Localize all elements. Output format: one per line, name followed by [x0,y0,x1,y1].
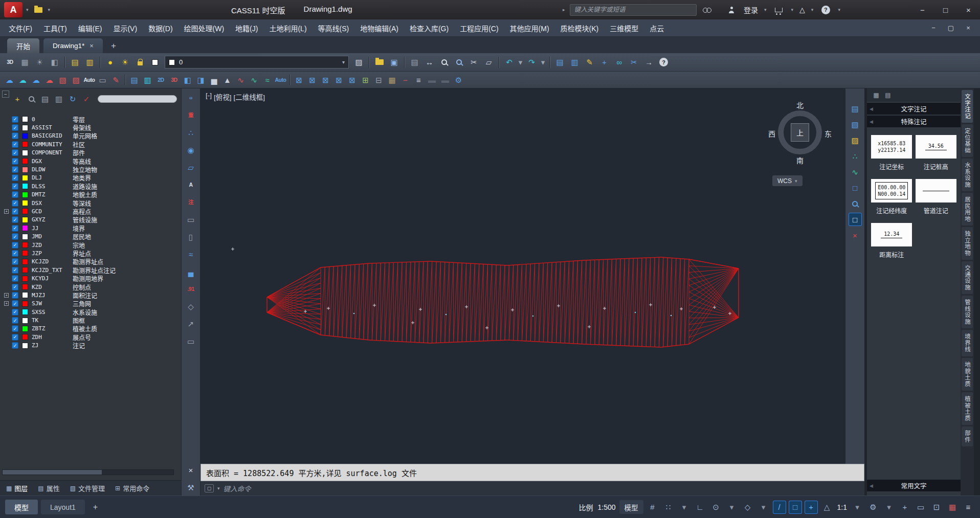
layer-row[interactable]: ✓TK图框 [0,316,179,324]
layer-list-scrollbar[interactable] [2,469,174,475]
pan-icon[interactable]: ↔ [422,55,436,69]
list-icon[interactable]: ≡ [412,74,425,86]
layer-color-swatch[interactable] [22,259,28,265]
viewport-visualstyle-control[interactable]: [二维线框] [234,92,265,102]
clip-box-icon-3[interactable]: ⊠ [319,74,332,86]
menu-item[interactable]: 显示(V) [107,19,143,36]
menu-item[interactable]: 文件(F) [3,19,38,36]
settings-gear-icon[interactable]: ⚙ [452,74,465,86]
help-caret-icon[interactable]: ▾ [838,7,840,12]
menu-item[interactable]: 地籍(J) [230,19,263,36]
layer-color-swatch[interactable] [22,133,28,139]
menu-item[interactable]: 等高线(S) [313,19,355,36]
undo-caret-icon[interactable]: ▾ [517,55,524,69]
layer-row[interactable]: ✓ASSIST骨架线 [0,123,179,131]
redo-icon[interactable]: ↷ [525,55,539,69]
dynamic-input-icon[interactable]: / [773,501,786,514]
layer-row[interactable]: ✓ZBTZ植被土质 [0,325,179,333]
layer-row[interactable]: ✓JMD居民地 [0,232,179,240]
layer-visibility-checkbox[interactable]: ✓ [12,250,18,257]
layer-row[interactable]: ✓KCJZD_TXT勘测界址点注记 [0,266,179,274]
layer-color-swatch[interactable] [22,116,28,122]
layer-color-swatch[interactable] [22,276,28,282]
scrollbar-thumb[interactable] [3,470,102,475]
cart-icon[interactable] [773,4,785,16]
open-file-icon[interactable] [372,55,386,69]
layer-color-swatch[interactable] [22,267,28,273]
layer-color-swatch[interactable] [22,334,28,340]
cloud-sync-icon[interactable]: ☁ [16,74,29,86]
compass-south[interactable]: 南 [767,155,833,165]
folder-caret-icon[interactable]: ▾ [48,7,51,12]
menu-item[interactable]: 绘图处理(W) [179,19,230,36]
auto-save-icon[interactable]: Auto [83,74,96,86]
layer-color-swatch[interactable] [22,284,28,290]
layers-palette-icon[interactable]: ▤ [849,102,862,115]
image-panel-icon[interactable]: ▧ [849,118,862,131]
scale-caret-icon[interactable]: ▾ [851,501,864,514]
viewport-rect-icon[interactable]: ▭ [914,501,927,514]
layer-expand-icon[interactable]: + [4,301,9,306]
point-cloud-icon[interactable]: ∴ [184,126,198,140]
peaks-icon[interactable]: ▲ [221,74,234,86]
layer-row[interactable]: ✓DLDW独立地物 [0,165,179,173]
layer-visibility-checkbox[interactable]: ✓ [12,325,18,332]
menu-item[interactable]: 土地利用(L) [263,19,312,36]
wave-double-icon[interactable]: ≈ [261,74,274,86]
spline-icon[interactable]: ∿ [849,165,862,178]
close-commandline-icon[interactable]: × [184,463,198,477]
model-space-button[interactable]: 模型 [619,500,643,514]
chart-icon[interactable]: ▄ [184,265,198,279]
layer-color-swatch[interactable] [22,225,28,231]
precision-icon[interactable]: .91 [184,282,198,296]
layer-row[interactable]: ✓JJ境界 [0,224,179,232]
panel-icon[interactable]: ▯ [184,230,198,244]
redo-caret-icon[interactable]: ▾ [540,55,546,69]
layer-color-swatch[interactable] [22,326,28,332]
category-tab-water-facilities[interactable]: 水系设施 [962,159,973,191]
viewport-left-icon[interactable]: ◧ [181,74,194,86]
frame-blue-icon[interactable]: ▤ [128,74,141,86]
share-caret-icon[interactable]: ▾ [811,7,814,12]
wave-teal-icon[interactable]: ∿ [248,74,260,86]
cells-icon[interactable]: ▦ [386,74,398,86]
command-caret-icon[interactable]: ▾ [217,486,220,491]
layer-visibility-checkbox[interactable]: ✓ [12,183,18,190]
node-link-icon[interactable]: ∞ [612,55,626,69]
viewport-right-icon[interactable]: ◨ [194,74,207,86]
layout-tab-layout1[interactable]: Layout1 [41,500,85,514]
cart-caret-icon[interactable]: ▾ [791,7,794,12]
layer-row[interactable]: ✓KCYDJ勘测用地界 [0,274,179,282]
menu-item[interactable]: 编辑(E) [73,19,108,36]
minus-red-icon[interactable]: − [399,74,412,86]
layer-visibility-checkbox[interactable]: ✓ [12,116,18,123]
search-arrow-icon[interactable]: ▸ [563,7,565,12]
parallelogram-icon[interactable]: ▱ [184,161,198,174]
find-layer-icon[interactable] [25,93,37,105]
layer-row[interactable]: ✓KCJZD勘测界址点 [0,258,179,266]
layer-visibility-checkbox[interactable]: ✓ [12,132,18,139]
help-icon[interactable]: ? [657,55,671,69]
layer-color-swatch[interactable] [22,343,28,349]
category-tab-boundary-lines[interactable]: 境界线 [962,330,973,356]
layer-color-swatch[interactable] [22,292,28,298]
clip-box-icon-4[interactable]: ⊠ [332,74,345,86]
menu-item[interactable]: 其他应用(M) [504,19,555,36]
panel-tab-layers[interactable]: ▦图层 [6,483,28,493]
wave-red-icon[interactable]: ∿ [234,74,247,86]
snap-mode-icon[interactable]: ∷ [662,501,675,514]
polar-caret-icon[interactable]: ▾ [725,501,739,514]
menu-item[interactable]: 工程应用(C) [454,19,504,36]
layout-tab-model[interactable]: 模型 [5,500,38,514]
stamp-icon[interactable]: ▧ [56,74,69,86]
cloud-upload-icon[interactable]: ☁ [30,74,42,86]
user-icon[interactable] [725,4,738,16]
compass-top-face[interactable]: 上 [791,123,809,142]
grid-view-icon[interactable]: ▦ [871,90,881,100]
command-input[interactable]: ▢ ▾ 键入命令 [201,481,864,496]
layer-expand-icon[interactable]: + [4,293,9,298]
cloud-alert-icon[interactable]: ☁ [43,74,56,86]
sheet-manager-icon[interactable]: ▤ [553,55,567,69]
auto-blue-icon[interactable]: Auto [274,74,287,86]
osnap-caret-icon[interactable]: ▾ [757,501,770,514]
